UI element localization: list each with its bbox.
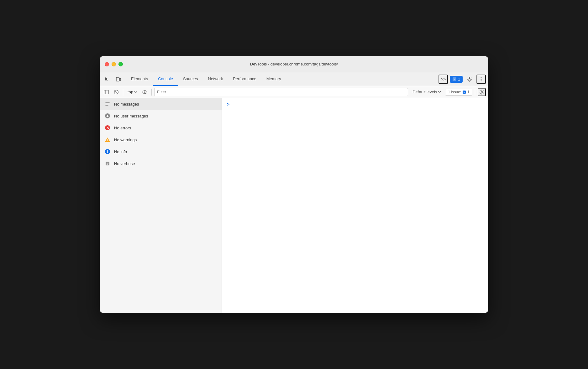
- levels-chevron-icon: [438, 91, 441, 93]
- clear-console-button[interactable]: [112, 88, 120, 96]
- user-icon: [105, 113, 110, 119]
- console-gear-icon: [479, 90, 484, 95]
- messages-list-icon: [105, 101, 110, 107]
- tab-performance[interactable]: Performance: [228, 72, 261, 86]
- list-icon: [105, 101, 110, 107]
- default-levels-button[interactable]: Default levels: [410, 89, 443, 95]
- sidebar-icon: [104, 90, 109, 94]
- svg-line-11: [115, 90, 118, 94]
- tab-bar: Elements Console Sources Network Perform…: [100, 72, 488, 86]
- tab-elements[interactable]: Elements: [126, 72, 153, 86]
- maximize-button[interactable]: [118, 62, 123, 66]
- live-expressions-button[interactable]: [141, 88, 149, 96]
- tab-bar-tools: [102, 72, 123, 86]
- console-prompt[interactable]: >: [224, 101, 486, 108]
- more-dots-icon: [480, 77, 482, 82]
- tab-bar-right: >> ≡ 1: [438, 72, 486, 86]
- svg-point-7: [481, 80, 482, 81]
- toolbar-divider-1: [123, 89, 123, 96]
- cursor-icon: [105, 77, 110, 82]
- svg-point-6: [481, 79, 482, 80]
- tab-memory[interactable]: Memory: [261, 72, 286, 86]
- gear-icon: [467, 77, 472, 82]
- close-button[interactable]: [105, 62, 109, 66]
- device-icon: [116, 77, 121, 82]
- warning-icon: !: [105, 137, 110, 143]
- warning-triangle-icon: !: [105, 137, 110, 142]
- filter-no-verbose[interactable]: No verbose: [100, 158, 222, 169]
- svg-rect-8: [104, 90, 108, 94]
- error-icon: ✕: [105, 125, 110, 131]
- inspect-element-button[interactable]: [102, 74, 112, 84]
- context-selector[interactable]: top: [126, 89, 139, 95]
- svg-point-16: [481, 91, 483, 93]
- eye-icon: [142, 90, 148, 94]
- svg-text:!: !: [107, 139, 108, 142]
- title-bar: DevTools - developer.chrome.com/tags/dev…: [100, 56, 488, 72]
- console-pane[interactable]: >: [222, 98, 488, 313]
- devtools-window: DevTools - developer.chrome.com/tags/dev…: [100, 56, 488, 313]
- svg-point-13: [144, 91, 145, 93]
- clear-icon: [114, 90, 119, 95]
- minimize-button[interactable]: [112, 62, 116, 66]
- svg-rect-0: [116, 77, 119, 81]
- prompt-chevron: >: [227, 102, 229, 107]
- more-tabs-button[interactable]: >>: [438, 75, 448, 84]
- toolbar-divider-3: [475, 89, 475, 96]
- svg-point-5: [481, 77, 482, 78]
- issues-toolbar-badge[interactable]: 1 Issue: ≡ 1: [445, 89, 472, 96]
- info-icon: i: [105, 149, 110, 154]
- svg-rect-1: [119, 78, 121, 81]
- user-avatar-icon: [106, 114, 109, 117]
- settings-button[interactable]: [465, 74, 475, 84]
- issues-toolbar-icon: ≡: [462, 90, 466, 94]
- tab-sources[interactable]: Sources: [178, 72, 203, 86]
- more-menu-button[interactable]: [476, 75, 486, 84]
- bug-icon: [105, 161, 110, 166]
- filter-no-user-messages[interactable]: No user messages: [100, 110, 222, 122]
- verbose-icon: [105, 161, 110, 166]
- svg-text:≡: ≡: [454, 78, 455, 81]
- filter-no-messages[interactable]: No messages: [100, 98, 222, 110]
- window-title: DevTools - developer.chrome.com/tags/dev…: [250, 62, 338, 66]
- filter-input[interactable]: [154, 88, 408, 96]
- main-tabs: Elements Console Sources Network Perform…: [126, 72, 438, 86]
- tab-console[interactable]: Console: [153, 72, 178, 86]
- traffic-lights: [105, 62, 123, 66]
- device-toolbar-button[interactable]: [113, 74, 123, 84]
- console-toolbar: top Default levels 1 Issue:: [100, 86, 488, 98]
- svg-point-20: [107, 115, 108, 116]
- issues-icon: ≡: [452, 77, 457, 81]
- console-settings-button[interactable]: [478, 88, 486, 96]
- svg-point-4: [469, 78, 470, 80]
- toolbar-divider-2: [151, 89, 152, 96]
- issues-badge[interactable]: ≡ 1: [450, 76, 463, 83]
- chevron-down-icon: [134, 91, 137, 93]
- tab-network[interactable]: Network: [203, 72, 228, 86]
- filter-no-errors[interactable]: ✕ No errors: [100, 122, 222, 134]
- filter-no-warnings[interactable]: ! No warnings: [100, 134, 222, 146]
- main-content: No messages No user messages ✕: [100, 98, 488, 313]
- filter-no-info[interactable]: i No info: [100, 146, 222, 158]
- sidebar-toggle-button[interactable]: [102, 88, 110, 96]
- console-sidebar: No messages No user messages ✕: [100, 98, 222, 313]
- svg-text:≡: ≡: [464, 91, 465, 93]
